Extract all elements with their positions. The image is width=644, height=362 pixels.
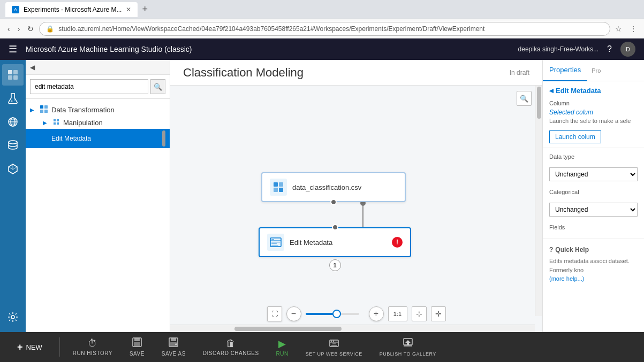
back-button[interactable]: ‹ (5, 22, 12, 35)
props-categorical-field: Categorical (543, 186, 644, 201)
properties-tab[interactable]: Properties (543, 60, 587, 81)
props-datatype-field: Data type (543, 150, 644, 165)
run-button[interactable]: ▶ RUN (268, 335, 297, 360)
props-categorical-select[interactable]: Unchanged (549, 203, 638, 217)
svg-point-6 (14, 99, 15, 101)
node-error-badge: ! (392, 237, 403, 248)
quick-help-link[interactable]: (more help...) (549, 275, 584, 282)
tree-arrow-icon: ▶ (30, 107, 36, 113)
zoom-fit-button[interactable]: ⛶ (267, 306, 282, 321)
web-service-button[interactable]: SET UP WEB SERVICE (297, 335, 371, 360)
forward-button[interactable]: › (16, 22, 22, 35)
zoom-minus-button[interactable]: − (286, 306, 301, 321)
new-tab-button[interactable]: + (142, 4, 148, 15)
zoom-slider[interactable] (306, 313, 359, 315)
props-datatype-select[interactable]: Unchanged (549, 167, 638, 181)
browser-bar: A Experiments - Microsoft Azure M... ✕ + (0, 0, 644, 19)
canvas-scrollbar-vertical[interactable] (535, 86, 542, 316)
node-port-bottom (330, 199, 337, 205)
tree-sub-item-manipulation[interactable]: ▶ Manipulation (26, 117, 170, 129)
tab-close-icon[interactable]: ✕ (126, 6, 131, 13)
web-service-icon (329, 338, 339, 350)
web-service-label: SET UP WEB SERVICE (306, 351, 362, 357)
sidebar-icon-flask[interactable] (2, 88, 24, 109)
address-bar[interactable]: 🔒 studio.azureml.net/Home/ViewWorkspaceC… (39, 22, 610, 36)
canvas-search-button[interactable]: 🔍 (517, 91, 532, 106)
sidebar-icon-cube[interactable] (2, 158, 24, 180)
zoom-plus-button[interactable]: + (369, 306, 384, 321)
topbar: ☰ Microsoft Azure Machine Learning Studi… (0, 38, 644, 60)
run-icon: ▶ (278, 338, 286, 350)
sidebar-icon-experiments[interactable] (2, 64, 24, 86)
svg-rect-33 (271, 245, 278, 246)
new-label: NEW (26, 343, 42, 351)
svg-rect-1 (13, 70, 18, 74)
run-history-label: RUN HISTORY (73, 350, 112, 356)
save-as-icon (169, 337, 178, 350)
props-divider-2 (543, 238, 644, 238)
svg-marker-49 (405, 340, 411, 345)
left-panel: ◀ 🔍 ▶ Data Transf (26, 60, 170, 332)
search-button[interactable]: 🔍 (150, 79, 165, 94)
svg-point-44 (331, 341, 332, 342)
node-module-label: Edit Metadata (290, 238, 332, 247)
avatar[interactable]: D (620, 42, 635, 57)
canvas[interactable]: data_classification.csv (170, 86, 542, 332)
canvas-scrollbar-horizontal[interactable] (170, 325, 535, 332)
svg-rect-20 (44, 110, 48, 113)
nav-icons: ☆ ⋮ (613, 23, 639, 35)
menu-icon[interactable]: ☰ (9, 43, 17, 55)
canvas-status: In draft (510, 69, 529, 76)
svg-rect-35 (134, 338, 140, 341)
props-arrow-icon: ◀ (549, 88, 554, 94)
node-dataset[interactable]: data_classification.csv (261, 172, 406, 202)
zoom-ratio-label: 1:1 (388, 306, 407, 321)
tab-title: Experiments - Microsoft Azure M... (24, 6, 122, 13)
save-as-button[interactable]: SAVE AS (153, 334, 194, 360)
main-area: ◀ 🔍 ▶ Data Transf (0, 60, 644, 332)
app: ☰ Microsoft Azure Machine Learning Studi… (0, 38, 644, 362)
launch-column-button[interactable]: Launch colum (549, 130, 601, 143)
svg-rect-32 (271, 243, 277, 244)
more-button[interactable]: ⋮ (628, 23, 639, 35)
node-port-top (332, 224, 338, 230)
properties-tab-more[interactable]: Pro (587, 67, 605, 74)
discard-button[interactable]: 🗑 DISCARD CHANGES (194, 335, 268, 359)
connector-svg (170, 86, 542, 332)
sidebar-icon-data[interactable] (2, 135, 24, 156)
zoom-autofit-button[interactable]: ⊹ (412, 306, 427, 321)
help-icon[interactable]: ? (607, 44, 612, 54)
run-history-button[interactable]: ⏱ RUN HISTORY (64, 335, 121, 359)
tree-sub-icon (52, 118, 60, 127)
svg-line-14 (9, 167, 13, 170)
svg-rect-24 (274, 182, 278, 187)
tree-leaf-edit-metadata[interactable]: Edit Metadata (26, 129, 170, 148)
sidebar-icon-settings[interactable] (2, 306, 24, 328)
publish-button[interactable]: PUBLISH TO GALLERY (371, 335, 445, 360)
node-module-icon (267, 234, 284, 251)
props-column-desc: Launch the sele to make a sele (549, 117, 638, 125)
sidebar-icon-globe[interactable] (2, 111, 24, 133)
tree-item-data-transformation[interactable]: ▶ Data Transformation (26, 103, 170, 117)
svg-rect-18 (44, 105, 48, 109)
svg-rect-27 (279, 188, 283, 192)
browser-nav: ‹ › ↻ 🔒 studio.azureml.net/Home/ViewWork… (0, 19, 644, 38)
quick-help-section: ? Quick Help Edits metadata associ datas… (543, 241, 644, 289)
panel-toggle[interactable]: ◀ (26, 60, 170, 75)
zoom-move-button[interactable]: ✛ (431, 306, 446, 321)
node-edit-metadata[interactable]: Edit Metadata ! 1 (259, 227, 411, 257)
reload-button[interactable]: ↻ (25, 22, 36, 35)
connection-port-label: 1 (329, 259, 341, 271)
search-input[interactable] (30, 79, 148, 94)
save-button[interactable]: SAVE (121, 334, 153, 360)
bookmark-button[interactable]: ☆ (613, 23, 624, 35)
browser-tab[interactable]: A Experiments - Microsoft Azure M... ✕ (5, 2, 138, 17)
toggle-icon: ◀ (30, 64, 35, 71)
new-plus-icon: + (17, 342, 23, 353)
svg-rect-38 (171, 338, 176, 341)
tree-leaf-label: Edit Metadata (51, 135, 91, 142)
tree-section-label: Data Transformation (51, 106, 115, 114)
new-button[interactable]: + NEW (9, 338, 51, 356)
props-categorical-label: Categorical (549, 189, 638, 195)
svg-rect-2 (8, 75, 12, 80)
